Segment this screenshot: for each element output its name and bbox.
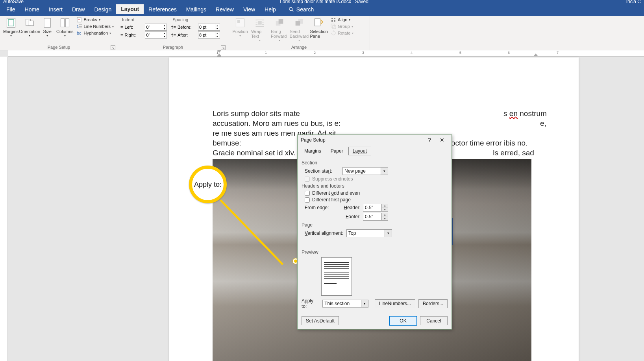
size-button[interactable]: Size▾	[40, 17, 55, 38]
dialog-close-button[interactable]: ✕	[436, 137, 448, 143]
breaks-label: Breaks	[84, 17, 97, 22]
size-label: Size	[43, 29, 51, 34]
tab-draw[interactable]: Draw	[67, 5, 90, 14]
svg-rect-24	[217, 56, 221, 57]
margins-button[interactable]: Margins▾	[2, 17, 19, 38]
svg-rect-9	[77, 17, 81, 22]
page-heading: Page	[302, 222, 448, 228]
svg-rect-13	[237, 20, 240, 23]
svg-rect-16	[279, 19, 283, 24]
svg-rect-21	[333, 26, 336, 29]
indent-left-input[interactable]: 0"▴▾	[145, 24, 167, 31]
bring-forward-button[interactable]: Bring Forward▾	[270, 17, 289, 43]
tab-design[interactable]: Design	[90, 5, 117, 14]
autosave-label: AutoSave	[3, 0, 24, 4]
spacing-before-label: Before:	[178, 25, 196, 29]
window-title: Loris sump dolor sits mate is.docx · Sav…	[24, 0, 625, 4]
group-button[interactable]: Group▾	[329, 23, 355, 29]
chevron-down-icon: ▾	[385, 230, 392, 237]
spacing-before-input[interactable]: 0 pt▴▾	[198, 24, 220, 31]
callout-text: Apply to:	[194, 180, 222, 189]
apply-to-label: Apply to:	[302, 298, 319, 309]
breaks-icon	[77, 17, 82, 22]
hyphenation-button[interactable]: bcHyphenation▾	[75, 30, 115, 36]
chevron-down-icon: ▾	[361, 300, 368, 307]
wrap-text-button[interactable]: Wrap Text▾	[250, 17, 269, 43]
line-numbers-button[interactable]: 1Line Numbers▾	[75, 23, 115, 29]
tab-file[interactable]: File	[2, 5, 20, 14]
svg-rect-17	[298, 19, 303, 24]
document-area: 1 1 2 3 4 5 6 7 Loris sump dolor sits ma…	[0, 50, 644, 361]
send-backward-icon	[294, 17, 305, 28]
columns-button[interactable]: Columns▾	[56, 17, 74, 38]
apply-to-combo[interactable]: This section▾	[322, 300, 368, 308]
search-box[interactable]: Search	[289, 6, 314, 13]
vertical-alignment-label: Vertical alignment:	[305, 230, 344, 236]
breaks-button[interactable]: Breaks▾	[75, 17, 115, 23]
line-numbers-label: Line Numbers	[84, 24, 111, 29]
selection-pane-icon	[313, 17, 324, 28]
tab-mailings[interactable]: Mailings	[181, 5, 211, 14]
dialog-tab-paper[interactable]: Paper	[326, 147, 348, 155]
headers-footers-heading: Headers and footers	[302, 183, 448, 189]
dialog-help-button[interactable]: ?	[423, 137, 436, 143]
tab-home[interactable]: Home	[20, 5, 44, 14]
footer-distance-input[interactable]: 0.5"▴▾	[363, 213, 388, 221]
section-start-combo[interactable]: New page▾	[342, 167, 388, 175]
paragraph-group-label: Paragraph	[163, 45, 183, 50]
spacing-heading: Spacing	[171, 17, 220, 23]
dialog-tab-layout[interactable]: Layout	[348, 147, 371, 155]
vertical-alignment-combo[interactable]: Top▾	[346, 229, 392, 237]
tab-review[interactable]: Review	[211, 5, 239, 14]
selection-pane-button[interactable]: Selection Pane	[309, 17, 328, 39]
spacing-after-label: After:	[178, 33, 196, 37]
orientation-button[interactable]: Orientation▾	[20, 17, 39, 38]
chevron-down-icon: ▾	[381, 168, 388, 175]
svg-rect-5	[28, 21, 34, 26]
rotate-button[interactable]: Rotate▾	[329, 30, 355, 36]
rotate-icon	[331, 30, 336, 36]
line-numbers-dialog-button[interactable]: Line Numbers...	[375, 299, 415, 308]
tab-layout[interactable]: Layout	[116, 4, 144, 15]
size-icon	[42, 17, 53, 28]
page-setup-group-label: Page Setup	[48, 45, 70, 50]
spacing-after-input[interactable]: 8 pt▴▾	[198, 31, 220, 39]
callout-magnifier: Apply to:	[189, 166, 227, 203]
suppress-endnotes-label: Suppress endnotes	[312, 176, 353, 182]
send-backward-button[interactable]: Send Backward▾	[290, 17, 309, 43]
tab-help[interactable]: Help	[260, 5, 281, 14]
group-icon	[331, 24, 336, 29]
dialog-tab-margins[interactable]: Margins	[300, 147, 326, 155]
columns-icon	[59, 17, 70, 28]
svg-rect-18	[296, 21, 300, 26]
svg-rect-7	[61, 19, 64, 27]
arrange-group-label: Arrange	[291, 45, 307, 50]
different-first-page-checkbox[interactable]	[305, 197, 310, 203]
vertical-ruler[interactable]	[0, 57, 8, 361]
search-label: Search	[296, 6, 314, 13]
position-button[interactable]: Position▾	[231, 17, 250, 38]
orientation-icon	[24, 17, 35, 28]
horizontal-ruler[interactable]: 1 1 2 3 4 5 6 7	[8, 50, 644, 57]
cancel-button[interactable]: Cancel	[420, 316, 448, 325]
suppress-endnotes-checkbox[interactable]	[305, 177, 310, 182]
set-as-default-button[interactable]: Set As Default	[302, 316, 339, 325]
indent-left-label: Left:	[124, 25, 143, 29]
svg-rect-6	[44, 18, 50, 27]
page-setup-launcher[interactable]: ↘	[111, 45, 115, 50]
indent-right-input[interactable]: 0"▴▾	[145, 31, 167, 39]
margins-icon	[6, 17, 17, 28]
header-distance-input[interactable]: 0.5"▴▾	[363, 204, 388, 212]
svg-rect-12	[236, 19, 244, 27]
tab-view[interactable]: View	[239, 5, 260, 14]
menu-bar: File Home Insert Draw Design Layout Refe…	[0, 3, 644, 16]
svg-text:bc: bc	[77, 31, 81, 35]
paragraph-launcher[interactable]: ↘	[221, 45, 226, 50]
tab-references[interactable]: References	[144, 5, 181, 14]
borders-dialog-button[interactable]: Borders...	[418, 299, 448, 308]
user-name: Tricia C	[625, 0, 641, 4]
tab-insert[interactable]: Insert	[44, 5, 67, 14]
different-odd-even-checkbox[interactable]	[305, 191, 310, 196]
ok-button[interactable]: OK	[389, 316, 417, 325]
align-button[interactable]: Align▾	[329, 17, 355, 23]
